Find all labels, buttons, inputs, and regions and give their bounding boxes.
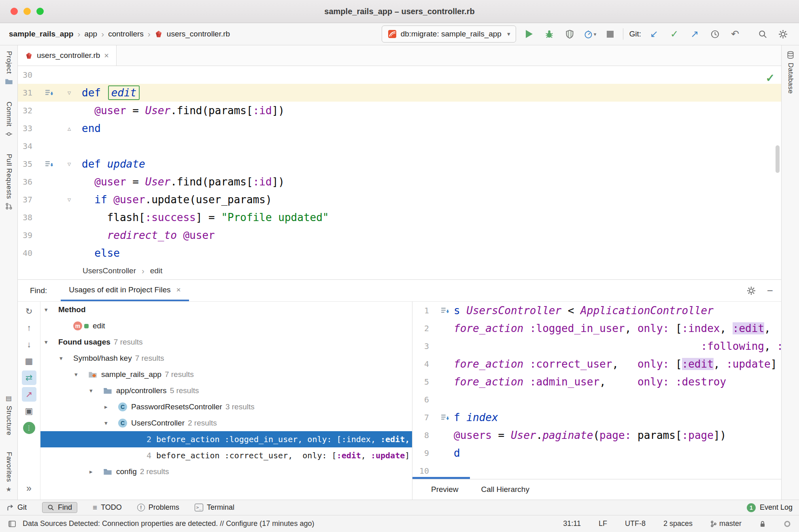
tree-node-found-usages[interactable]: ▾Found usages7 results: [40, 334, 412, 350]
chevron-down-icon[interactable]: ▾: [60, 355, 73, 362]
tree-node-edit-method[interactable]: medit: [40, 318, 412, 334]
chevron-down-icon[interactable]: ▾: [89, 387, 103, 394]
tool-button-git[interactable]: Git: [6, 503, 27, 512]
fold-marker-icon[interactable]: ▵: [63, 124, 75, 133]
close-window-button[interactable]: [11, 8, 18, 15]
ruby-file-icon: [155, 30, 163, 38]
chevron-right-icon[interactable]: ▸: [104, 403, 118, 411]
breadcrumb-class[interactable]: UsersController: [83, 266, 136, 275]
code-text: if @user.update(user_params): [82, 194, 272, 206]
zoom-window-button[interactable]: [36, 8, 44, 15]
breadcrumb-app[interactable]: app: [84, 30, 97, 38]
find-results-tab[interactable]: Usages of edit in Project Files ×: [61, 280, 189, 301]
tree-node-app-controllers[interactable]: ▾app/controllers5 results: [40, 383, 412, 399]
chevron-down-icon[interactable]: ▾: [45, 306, 58, 313]
tree-node-method[interactable]: ▾Method: [40, 302, 412, 318]
close-icon[interactable]: ×: [104, 51, 109, 60]
tree-node-users-controller[interactable]: ▾CUsersController2 results: [40, 415, 412, 431]
editor-tab-bar: users_controller.rb ×: [18, 45, 781, 66]
minimize-window-button[interactable]: [23, 8, 31, 15]
chevron-down-icon[interactable]: ▾: [104, 419, 118, 427]
commit-button[interactable]: ✓: [667, 27, 682, 41]
code-text: @user = User.find(params[:id]): [82, 176, 285, 188]
pin-results-icon[interactable]: ⋮: [23, 422, 35, 434]
code-line-31: 31▿def edit: [18, 84, 781, 102]
rails-action-gutter-icon[interactable]: [43, 87, 55, 99]
tool-button-project[interactable]: Project: [5, 51, 13, 85]
fold-marker-icon[interactable]: ▿: [63, 196, 75, 204]
tree-node-config[interactable]: ▸config2 results: [40, 464, 412, 480]
chevron-down-icon[interactable]: ▾: [45, 338, 58, 346]
caret-position[interactable]: 31:11: [563, 519, 581, 528]
fold-marker-icon[interactable]: ▿: [63, 160, 75, 168]
chevron-down-icon[interactable]: ▾: [74, 371, 88, 378]
rerun-find-icon[interactable]: ↻: [22, 304, 36, 319]
file-encoding[interactable]: UTF-8: [625, 519, 646, 528]
breadcrumb-method[interactable]: edit: [150, 266, 163, 275]
stop-button[interactable]: [603, 27, 617, 41]
tool-button-find[interactable]: Find: [42, 502, 77, 513]
usage-result-line2[interactable]: 2 before_action :logged_in_user, only: […: [40, 431, 412, 447]
status-message[interactable]: Data Sources Detected: Connection proper…: [23, 519, 314, 528]
group-by-icon[interactable]: ▦: [22, 354, 36, 368]
push-button[interactable]: ↗: [687, 27, 702, 41]
tool-button-commit[interactable]: Commit: [5, 102, 13, 138]
close-icon[interactable]: ×: [176, 285, 181, 294]
tool-button-event-log[interactable]: 1 Event Log: [747, 503, 793, 512]
fold-marker-icon[interactable]: ▿: [63, 89, 75, 97]
gutter-space: [439, 358, 451, 370]
tool-button-database[interactable]: Database: [786, 51, 795, 94]
preview-h-scrollbar[interactable]: [412, 477, 470, 479]
tool-button-problems[interactable]: ! Problems: [137, 503, 179, 512]
tree-node-symbol-hash-key[interactable]: ▾Symbol/hash key7 results: [40, 350, 412, 366]
profiler-button[interactable]: ▾: [582, 27, 597, 41]
line-separator[interactable]: LF: [599, 519, 607, 528]
git-branch[interactable]: master: [710, 519, 742, 528]
run-button[interactable]: [522, 27, 536, 41]
rails-action-gutter-icon[interactable]: [43, 158, 55, 170]
tab-preview[interactable]: Preview: [431, 485, 459, 494]
rails-action-gutter-icon[interactable]: [439, 304, 451, 317]
breadcrumb-controllers[interactable]: controllers: [108, 30, 144, 38]
editor-scrollbar[interactable]: [776, 145, 780, 173]
preview-usages-icon[interactable]: ▣: [22, 404, 36, 418]
rollback-button[interactable]: ↶: [728, 27, 742, 41]
expand-all-icon[interactable]: ⇄: [22, 370, 36, 385]
usage-result-line4[interactable]: 4 before_action :correct_user, only: [:e…: [40, 447, 412, 464]
tree-node-sample-rails-app[interactable]: ▾sample_rails_app7 results: [40, 366, 412, 383]
rails-action-gutter-icon[interactable]: [439, 411, 451, 423]
tool-button-todo[interactable]: ≡ TODO: [93, 503, 122, 512]
code-text: d: [454, 447, 460, 459]
coverage-button[interactable]: [562, 27, 577, 41]
chevron-right-icon: ›: [148, 29, 151, 39]
hide-panel-button[interactable]: −: [767, 285, 773, 296]
tab-call-hierarchy[interactable]: Call Hierarchy: [481, 485, 529, 494]
toolwindow-toggle-icon[interactable]: [8, 520, 16, 528]
tree-node-password-resets-controller[interactable]: ▸CPasswordResetsController3 results: [40, 399, 412, 415]
breadcrumb-file[interactable]: users_controller.rb: [167, 30, 230, 38]
debug-button[interactable]: [542, 27, 557, 41]
update-project-button[interactable]: ↙: [647, 27, 661, 41]
search-everywhere-button[interactable]: [755, 27, 770, 41]
previous-occurrence-icon[interactable]: ↑: [22, 321, 36, 335]
tool-button-favorites[interactable]: Favorites ★: [5, 452, 13, 493]
breadcrumb-project[interactable]: sample_rails_app: [9, 30, 73, 38]
more-options-icon[interactable]: »: [22, 481, 36, 496]
code-editor[interactable]: 3031▿def edit32 @user = User.find(params…: [18, 66, 781, 262]
tab-users-controller[interactable]: users_controller.rb ×: [18, 45, 117, 66]
tool-button-structure[interactable]: ▤ Structure: [5, 394, 13, 435]
tree-row-label: edit: [93, 321, 105, 330]
settings-button[interactable]: [776, 27, 790, 41]
next-occurrence-icon[interactable]: ↓: [22, 337, 36, 352]
run-configuration-select[interactable]: db:migrate: sample_rails_app ▾: [382, 26, 516, 43]
history-button[interactable]: [708, 27, 722, 41]
tool-button-pull-requests[interactable]: Pull Requests: [5, 154, 13, 210]
settings-gear-icon[interactable]: [747, 286, 756, 295]
autoscroll-to-source-icon[interactable]: ↗: [22, 387, 36, 402]
run-configuration-label: db:migrate: sample_rails_app: [401, 30, 502, 38]
lock-icon[interactable]: [759, 520, 766, 528]
indent-setting[interactable]: 2 spaces: [663, 519, 693, 528]
commit-icon: [5, 130, 13, 138]
chevron-right-icon[interactable]: ▸: [89, 468, 103, 475]
tool-button-terminal[interactable]: >_ Terminal: [195, 503, 234, 512]
